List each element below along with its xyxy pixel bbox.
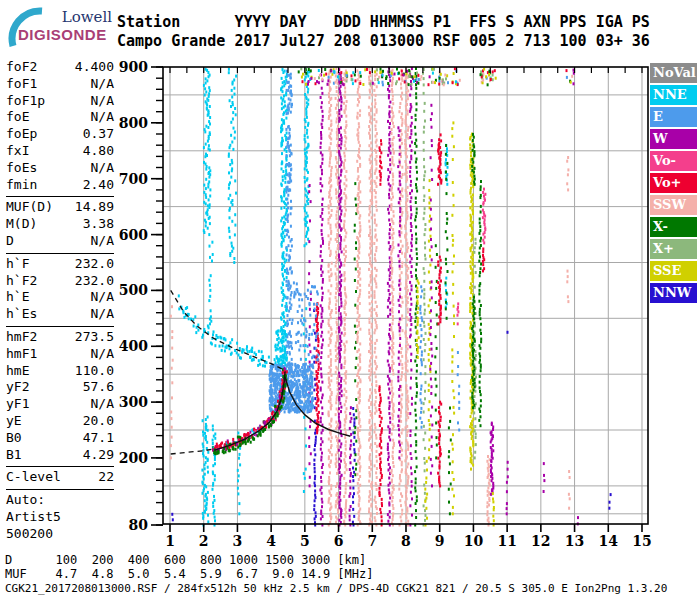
svg-text:500: 500 — [119, 282, 148, 298]
file-info-footer: CGK21_2017208013000.RSF / 284fx512h 50 k… — [5, 582, 667, 595]
svg-text:6: 6 — [334, 533, 344, 549]
svg-text:900: 900 — [119, 59, 148, 75]
svg-text:15: 15 — [632, 533, 651, 549]
svg-text:2: 2 — [199, 533, 209, 549]
svg-text:300: 300 — [119, 394, 148, 410]
legend-item-nnw: NNW — [650, 283, 697, 303]
legend-item-sse: SSE — [650, 261, 697, 281]
doppler-direction-legend: NoValNNEEWVo-Vo+SSWX-X+SSENNW — [650, 63, 697, 305]
legend-item-x: X- — [650, 217, 697, 237]
d-distance-row: D 100 200 400 600 800 1000 1500 3000 [km… — [5, 553, 366, 567]
svg-text:8: 8 — [401, 533, 411, 549]
legend-item-noval: NoVal — [650, 63, 697, 83]
svg-text:3: 3 — [233, 533, 243, 549]
svg-text:13: 13 — [565, 533, 584, 549]
svg-text:4: 4 — [266, 533, 276, 549]
legend-item-ssw: SSW — [650, 195, 697, 215]
svg-text:600: 600 — [119, 227, 148, 243]
svg-text:11: 11 — [497, 533, 516, 549]
legend-item-vo: Vo+ — [650, 173, 697, 193]
svg-text:700: 700 — [119, 171, 148, 187]
legend-item-w: W — [650, 129, 697, 149]
svg-text:80: 80 — [129, 517, 149, 533]
legend-item-nne: NNE — [650, 85, 697, 105]
dmuf-table: D 100 200 400 600 800 1000 1500 3000 [km… — [5, 553, 373, 581]
svg-text:1: 1 — [165, 533, 175, 549]
svg-text:200: 200 — [119, 450, 148, 466]
svg-text:14: 14 — [599, 533, 619, 549]
legend-item-vo: Vo- — [650, 151, 697, 171]
svg-text:400: 400 — [119, 338, 148, 354]
svg-text:12: 12 — [531, 533, 550, 549]
svg-text:5: 5 — [300, 533, 310, 549]
muf-row: MUF 4.7 4.8 5.0 5.4 5.9 6.7 9.0 14.9 [MH… — [5, 567, 373, 581]
ionogram-plot: 8020030040050060070080090012345678910111… — [0, 0, 700, 600]
svg-text:7: 7 — [367, 533, 377, 549]
legend-item-x: X+ — [650, 239, 697, 259]
ionogram-screen: { "logo": {"line1": "Lowell", "line2": "… — [0, 0, 700, 600]
svg-text:800: 800 — [119, 115, 148, 131]
legend-item-e: E — [650, 107, 697, 127]
svg-text:10: 10 — [464, 533, 484, 549]
svg-text:9: 9 — [435, 533, 445, 549]
